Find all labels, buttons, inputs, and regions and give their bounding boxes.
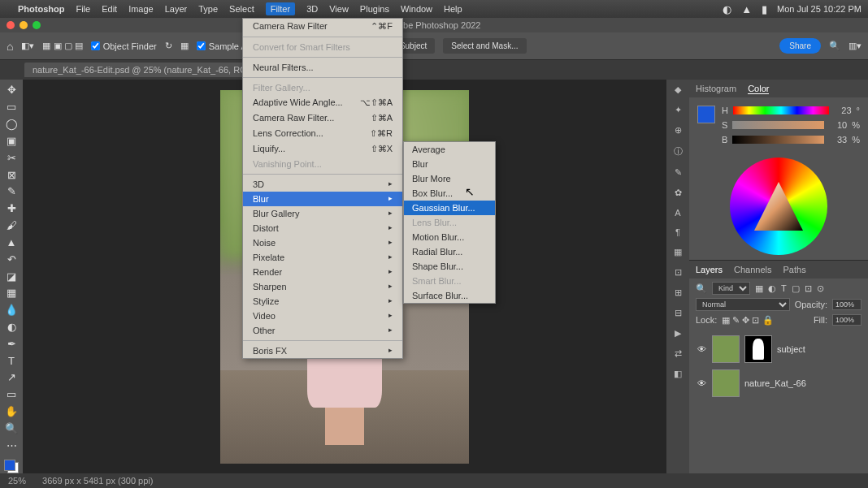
panel-icon[interactable]: ◆ xyxy=(675,84,681,95)
filter-lens[interactable]: Lens Correction...⇧⌘R xyxy=(243,126,402,141)
filter-video-submenu[interactable]: Video xyxy=(243,309,402,323)
hand-tool[interactable]: ✋ xyxy=(2,404,20,419)
opacity-input[interactable] xyxy=(832,299,861,310)
eyedropper-tool[interactable]: ✎ xyxy=(2,184,20,199)
share-button[interactable]: Share xyxy=(779,38,821,54)
color-tab[interactable]: Color xyxy=(748,84,769,94)
hue-slider[interactable] xyxy=(733,106,829,114)
workspace-icon[interactable]: ▥▾ xyxy=(848,41,861,51)
history-brush-tool[interactable]: ↶ xyxy=(2,252,20,266)
layer-row[interactable]: 👁 nature_Kat_-66 xyxy=(692,366,865,400)
panel-icon[interactable]: ▦ xyxy=(674,247,682,257)
marquee-tool[interactable]: ▭ xyxy=(2,100,20,114)
menu-type[interactable]: Type xyxy=(198,4,218,14)
minimize-window-button[interactable] xyxy=(20,21,28,29)
panel-icon[interactable]: A xyxy=(675,208,680,218)
filter-shape-icon[interactable]: ▢ xyxy=(792,283,800,294)
panel-icon[interactable]: ✦ xyxy=(675,105,682,115)
filter-toggle[interactable]: ⊙ xyxy=(817,283,824,294)
panel-icon[interactable]: ⓘ xyxy=(674,145,683,158)
blur-surface[interactable]: Surface Blur... xyxy=(404,288,495,303)
menu-layer[interactable]: Layer xyxy=(165,4,188,14)
battery-icon[interactable]: ▮ xyxy=(762,3,767,15)
blur-gaussian[interactable]: Gaussian Blur... xyxy=(404,201,495,215)
brush-tool[interactable]: 🖌 xyxy=(2,218,20,233)
lock-icons[interactable]: ▦ ✎ ✥ ⊡ 🔒 xyxy=(722,315,773,326)
filter-noise-submenu[interactable]: Noise xyxy=(243,235,402,250)
filter-smart-icon[interactable]: ⊡ xyxy=(805,283,812,294)
blur-radial[interactable]: Radial Blur... xyxy=(404,244,495,259)
panel-icon[interactable]: ¶ xyxy=(675,227,680,237)
foreground-swatch[interactable] xyxy=(697,106,715,123)
filter-camera-raw[interactable]: Camera Raw Filter...⇧⌘A xyxy=(243,110,402,126)
panel-icon[interactable]: ✎ xyxy=(675,167,682,178)
saturation-slider[interactable] xyxy=(732,121,824,129)
menu-image[interactable]: Image xyxy=(128,4,154,14)
menu-file[interactable]: File xyxy=(76,4,90,14)
blend-mode-select[interactable]: Normal xyxy=(696,298,790,311)
filter-adaptive[interactable]: Adaptive Wide Angle...⌥⇧⌘A xyxy=(243,95,402,110)
layer-name[interactable]: subject xyxy=(777,344,805,354)
type-tool[interactable]: T xyxy=(2,353,20,368)
clone-tool[interactable]: ▲ xyxy=(2,235,20,249)
filter-pixelate-submenu[interactable]: Pixelate xyxy=(243,250,402,265)
move-tool[interactable]: ✥ xyxy=(2,83,20,97)
menu-filter[interactable]: Filter xyxy=(266,2,295,15)
menu-3d[interactable]: 3D xyxy=(306,4,318,14)
zoom-level[interactable]: 25% xyxy=(8,476,26,486)
frame-tool[interactable]: ⊠ xyxy=(2,167,20,182)
selection-mode-icons[interactable]: ▦ ▣ ▢ ▤ xyxy=(42,41,82,51)
filter-blur-gallery-submenu[interactable]: Blur Gallery xyxy=(243,206,402,221)
panel-icon[interactable]: ▶ xyxy=(675,328,681,339)
object-select-tool[interactable]: ▣ xyxy=(2,133,20,148)
show-all-icon[interactable]: ▦ xyxy=(180,41,189,51)
panel-icon[interactable]: ⊞ xyxy=(675,287,682,298)
brightness-slider[interactable] xyxy=(732,136,824,144)
filter-kind-select[interactable]: Kind xyxy=(712,282,750,295)
menu-plugins[interactable]: Plugins xyxy=(360,4,389,14)
creative-cloud-icon[interactable]: ◐ xyxy=(723,3,731,15)
filter-distort-submenu[interactable]: Distort xyxy=(243,221,402,235)
panel-icon[interactable]: ⊡ xyxy=(675,267,682,278)
blur-more[interactable]: Blur More xyxy=(404,171,495,186)
filter-render-submenu[interactable]: Render xyxy=(243,265,402,279)
healing-tool[interactable]: ✚ xyxy=(2,201,20,216)
path-tool[interactable]: ↗ xyxy=(2,370,20,385)
clock[interactable]: Mon Jul 25 10:22 PM xyxy=(777,4,861,14)
shape-tool[interactable]: ▭ xyxy=(2,387,20,402)
app-name[interactable]: Photoshop xyxy=(18,4,64,14)
maximize-window-button[interactable] xyxy=(33,21,41,29)
blur-blur[interactable]: Blur xyxy=(404,157,495,171)
menu-window[interactable]: Window xyxy=(401,4,432,14)
blur-box[interactable]: Box Blur... xyxy=(404,186,495,201)
close-window-button[interactable] xyxy=(7,21,15,29)
eraser-tool[interactable]: ◪ xyxy=(2,269,20,283)
refresh-icon[interactable]: ↻ xyxy=(165,41,172,51)
blur-average[interactable]: Average xyxy=(404,142,495,157)
menu-edit[interactable]: Edit xyxy=(102,4,117,14)
menu-view[interactable]: View xyxy=(329,4,349,14)
filter-camera-raw-last[interactable]: Camera Raw Filter⌃⌘F xyxy=(243,19,402,34)
layers-tab[interactable]: Layers xyxy=(696,265,723,274)
paths-tab[interactable]: Paths xyxy=(783,265,806,274)
tool-preset-icon[interactable]: ◧▾ xyxy=(21,41,34,51)
lasso-tool[interactable]: ◯ xyxy=(2,117,20,132)
layer-thumbnail[interactable] xyxy=(712,369,740,397)
object-finder-checkbox[interactable]: Object Finder xyxy=(91,41,157,51)
panel-icon[interactable]: ⇄ xyxy=(675,348,682,359)
select-and-mask-button[interactable]: Select and Mask... xyxy=(443,38,526,54)
filter-type-icon[interactable]: T xyxy=(781,283,787,293)
layer-thumbnail[interactable] xyxy=(712,335,740,363)
visibility-icon[interactable]: 👁 xyxy=(696,344,707,354)
pen-tool[interactable]: ✒ xyxy=(2,336,20,351)
zoom-tool[interactable]: 🔍 xyxy=(2,421,20,436)
panel-icon[interactable]: ◧ xyxy=(674,369,682,379)
visibility-icon[interactable]: 👁 xyxy=(696,378,707,388)
dodge-tool[interactable]: ◐ xyxy=(2,320,20,335)
blur-motion[interactable]: Motion Blur... xyxy=(404,230,495,244)
blur-tool[interactable]: 💧 xyxy=(2,303,20,317)
gradient-tool[interactable]: ▦ xyxy=(2,286,20,300)
filter-pixel-icon[interactable]: ▦ xyxy=(755,283,763,294)
wifi-icon[interactable]: ▲ xyxy=(741,3,752,15)
color-swatches[interactable] xyxy=(4,460,19,473)
